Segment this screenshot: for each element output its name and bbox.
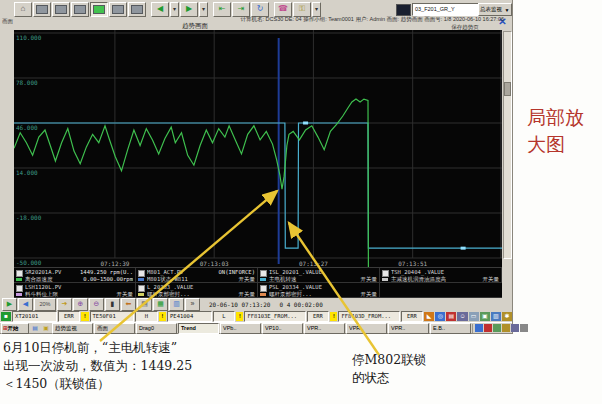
dcs-trend-window: ⌂ ◀ ▾ ▶ ▾ ⇤ ⇥ ↻ ☎ ⚿ ▾ 03_F201_GR_Y 总表监视 [0,0,513,334]
legend-cell-m801[interactable]: M801_ACT.PVON(INFORCE) M801状态_W811开关量 [136,268,258,283]
trend-plot[interactable]: 110.00078.00046.00014.000-18.000-50.0000… [14,30,502,268]
legend-cell-sr20201a[interactable]: SR20201A.PV1449.250 rpm(U.. 离合器速度0.00~15… [14,268,136,283]
tray-icon-network[interactable] [475,324,483,332]
keys-dropdown[interactable]: ▾ [312,2,321,17]
task-button-active[interactable]: Trend [178,323,219,334]
screen-icon-1[interactable] [33,2,51,17]
alarm-tool-icon[interactable]: ☎ [274,2,292,17]
task-button[interactable]: VPR.. [304,323,345,334]
task-button[interactable]: E.B.. [430,323,471,334]
pen-checkbox[interactable] [138,285,145,292]
next-page-arrow-icon[interactable]: ▶ [180,2,198,17]
legend-cell-tsh20404[interactable]: TSH_20404_.VALUE 主减速机润滑油温度高开关量 [380,268,502,283]
prev-page-arrow-icon[interactable]: ◀ [151,2,169,17]
alarm-status-bar: ■ XT20101 ERR ! TE50F01 H ! PE41004 L ! … [0,311,512,322]
chart-scrollbar[interactable] [503,31,512,259]
task-button[interactable]: 趋势监视 [52,323,93,334]
task-button[interactable]: VP10.. [262,323,303,334]
screen-icon-4[interactable] [128,2,146,17]
alarm-tag[interactable]: FF8103D_FROM... [338,311,399,322]
report-icon[interactable]: ▥ [491,312,501,321]
start-button[interactable]: ⊞开始 [1,323,29,334]
pen-checkbox[interactable] [16,270,23,277]
step-back-icon[interactable]: ◀ [18,298,33,311]
trend-screen-icon-active[interactable] [90,2,108,17]
quicklaunch-desktop-icon[interactable]: ▤ [30,324,40,333]
svg-text:07:13:03: 07:13:03 [200,260,229,267]
screen-icon-3[interactable] [71,2,89,17]
zoom-in-icon[interactable]: ⊕ [73,298,88,311]
monitor-icon[interactable]: ▭ [469,312,479,321]
legend-cell-lsh1120l[interactable]: LSH1120L.PV 料斗料位上限开关量 [14,283,136,298]
warning-icon[interactable]: ! [159,312,166,321]
next-cursor-icon[interactable]: » [185,298,200,311]
alarm-tag[interactable]: TE50F01 [90,311,135,322]
grid-icon[interactable]: ▦ [153,298,168,311]
task-button[interactable]: VPR.. [388,323,429,334]
svg-text:-18.000: -18.000 [16,214,42,221]
pen-checkbox[interactable] [260,285,267,292]
task-button[interactable]: VPR.. [346,323,387,334]
alarm-ok-icon[interactable]: ■ [1,312,11,321]
screen-icon-2[interactable] [52,2,70,17]
tray-icon-volume[interactable] [493,324,501,332]
tray-icon-alarm[interactable] [484,324,492,332]
copy-icon[interactable]: ▤ [137,298,152,311]
refresh-icon[interactable]: ↻ [251,2,269,17]
scrollbar-handle[interactable] [504,82,511,96]
legend-cell-psl20334[interactable]: PSL_20334_.VALUE 螺杆泵部密封...开关量 [258,283,380,298]
cursor-extra-info: 0 4 00:02:00 [279,301,322,308]
pen-color-chip [16,278,22,281]
chevron-down-icon[interactable]: ▼ [503,7,511,13]
tray-icon-app[interactable] [511,324,519,332]
picture-icon[interactable]: ▣ [480,312,490,321]
picture-name-combo[interactable]: 03_F201_GR_Y [412,3,482,16]
alarm-list-icon[interactable]: ▤ [446,312,456,321]
horn-icon[interactable]: ◣ [424,312,434,321]
home-icon[interactable]: ⌂ [14,2,32,17]
next-page-dropdown[interactable]: ▾ [199,2,208,17]
legend-cell-l20333[interactable]: L_20333_.VALUE 螺杆泵部密封...开关量 [136,283,258,298]
warning-icon[interactable]: ! [236,312,243,321]
warning-icon[interactable]: ! [330,312,337,321]
alarm-status: ERR [58,311,81,322]
pan-left-icon[interactable]: ⬅ [121,298,136,311]
tray-icon-display[interactable] [502,324,510,332]
cursor-datetime: 20-06-10 07:13:20 [209,301,270,308]
legend-cell-isl20201[interactable]: ISL_20201_.VALUE 主电机转速开关量 [258,268,380,283]
pen-desc: 主减速机润滑油温度高 [391,276,446,283]
pen-checkbox[interactable] [260,270,267,277]
trend-chart-area[interactable]: 110.00078.00046.00014.000-18.000-50.0000… [14,30,502,298]
task-button[interactable]: 画面 [94,323,135,334]
alarm-tag[interactable]: PE41004 [167,311,212,322]
prev-page-dropdown[interactable]: ▾ [170,2,179,17]
page-back-icon[interactable]: ⇤ [213,2,231,17]
legend-cell-empty [380,283,502,298]
keys-icon[interactable]: ⚿ [293,2,311,17]
alarm-tag[interactable]: XT20101 [12,311,57,322]
pen-checkbox[interactable] [382,270,389,277]
tray-icon-antivirus[interactable] [520,324,528,332]
alarm-tag[interactable]: FF8103E_FROM... [244,311,305,322]
bell-icon[interactable]: ◎ [435,312,445,321]
pen-legend: SR20201A.PV1449.250 rpm(U.. 离合器速度0.00~15… [14,267,502,298]
zoom-out-icon[interactable]: ⊖ [89,298,104,311]
quicklaunch-folder-icon[interactable]: ▣ [41,324,51,333]
operators-icon[interactable]: ☺ [457,312,467,321]
settings-icon[interactable]: ✱ [502,312,512,321]
mini-trend-icon[interactable] [396,4,411,16]
task-button[interactable]: VPb.. [220,323,261,334]
pen-checkbox[interactable] [16,285,23,292]
alarm-status: L [213,311,236,322]
view-type-select[interactable]: 总表监视 ▼ [478,3,512,16]
pen-checkbox[interactable] [138,270,145,277]
cursor-bar-icon[interactable]: ▮ [105,298,120,311]
warning-icon[interactable]: ! [81,312,88,321]
save-trend-icon[interactable]: ▥ [169,298,184,311]
split-screen-icon[interactable] [109,2,127,17]
zoom-percent-button[interactable]: 20% [34,298,56,311]
play-forward-icon[interactable]: ▶ [2,298,17,311]
jump-icon[interactable]: ➔ [57,298,72,311]
task-button[interactable]: Drag0 [136,323,177,334]
page-forward-icon[interactable]: ⇥ [232,2,250,17]
